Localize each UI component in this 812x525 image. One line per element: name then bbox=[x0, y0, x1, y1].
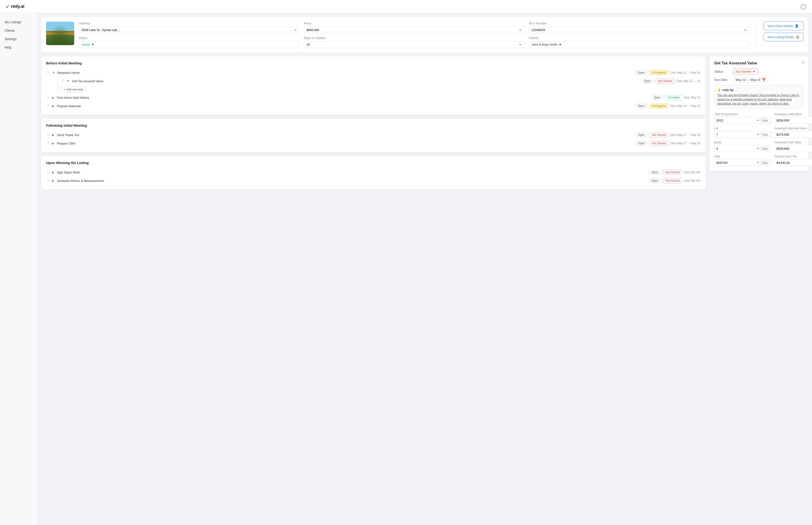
days-edit-icon[interactable]: ✏ bbox=[519, 43, 522, 46]
open-badge-research-home: Open bbox=[635, 70, 647, 75]
assess-year-input[interactable]: ✏ Copy bbox=[714, 117, 771, 124]
top-header: ✓ redy.ai ◯ bbox=[0, 0, 812, 13]
detail-due-value[interactable]: May 12 → May 14 📅 bbox=[733, 77, 768, 83]
mls-label: MLS Number bbox=[529, 21, 749, 25]
assess-block-copy-btn[interactable]: Copy bbox=[760, 146, 769, 151]
assess-year-label: Year of Assesment bbox=[714, 112, 771, 116]
assess-total-value-text[interactable] bbox=[777, 147, 812, 150]
chevron-send-thank-you[interactable]: ▶ bbox=[51, 133, 55, 137]
sidebar-item-help[interactable]: Help bbox=[0, 43, 37, 52]
redy-tip-header: 💡 redy tip bbox=[717, 88, 800, 92]
assess-block-input[interactable]: ✏ Copy bbox=[714, 145, 771, 152]
chevron-get-tax[interactable]: ▼ bbox=[66, 79, 70, 83]
bulb-icon: 💡 bbox=[717, 88, 721, 92]
drag-handle-prepare-cma[interactable]: ⠿ bbox=[47, 141, 49, 145]
assess-lot-copy-btn[interactable]: Copy bbox=[760, 132, 769, 137]
assess-plan: Plan ✏ Copy bbox=[714, 155, 771, 166]
assess-block-text[interactable] bbox=[716, 147, 756, 150]
clients-dropdown-icon: ▼ bbox=[559, 43, 562, 46]
clients-select[interactable]: John & Mary Smith ▼ bbox=[529, 41, 749, 48]
view-client-details-button[interactable]: View Client Details 👤 bbox=[764, 21, 803, 30]
subtask-container-research-home: ⠿ ▼ Get Tax Assesed Value Open Not Start… bbox=[57, 77, 701, 92]
status-select[interactable]: Active ▼ bbox=[79, 41, 299, 48]
assess-plan-edit-icon[interactable]: ✏ bbox=[757, 161, 759, 164]
logo: ✓ redy.ai bbox=[6, 4, 25, 10]
assess-land-value-text[interactable] bbox=[777, 119, 812, 122]
property-image bbox=[46, 21, 74, 45]
days-text[interactable] bbox=[307, 43, 518, 46]
drag-handle-prepare-materials[interactable]: ⠿ bbox=[47, 104, 49, 108]
drag-handle-sign-paper-work[interactable]: ⠿ bbox=[47, 170, 49, 174]
days-input[interactable]: ✏ bbox=[304, 41, 524, 48]
detail-status-label: Status: bbox=[714, 70, 731, 73]
sidebar-item-settings[interactable]: Settings bbox=[0, 35, 37, 43]
assess-plan-text[interactable] bbox=[716, 161, 756, 165]
assess-total-value-input[interactable]: ✏ Copy bbox=[775, 145, 812, 152]
action-buttons: View Client Details 👤 View Listing Detai… bbox=[764, 21, 803, 41]
detail-status-select[interactable]: Not Started ▼ bbox=[733, 69, 758, 75]
task-name-get-tax: Get Tax Assesed Value bbox=[72, 79, 640, 83]
clients-label: Clients bbox=[529, 36, 749, 40]
price-text[interactable] bbox=[307, 28, 518, 32]
chevron-sign-paper-work[interactable]: ▶ bbox=[51, 170, 55, 174]
sidebar-item-clients[interactable]: Clients bbox=[0, 26, 37, 35]
assessment-grid: Year of Assesment ✏ Copy Lot ✏ bbox=[714, 112, 803, 166]
assess-lot-edit-icon[interactable]: ✏ bbox=[757, 133, 759, 136]
assess-improved-value-text[interactable] bbox=[777, 133, 812, 136]
detail-status-dropdown-icon: ▼ bbox=[753, 70, 756, 73]
address-label: Address bbox=[79, 21, 299, 25]
status-sign-paper-work: Not Started bbox=[663, 170, 682, 175]
price-edit-icon[interactable]: ✏ bbox=[519, 28, 522, 32]
status-prepare-cma: Not Started bbox=[649, 141, 669, 146]
assess-plan-copy-btn[interactable]: Copy bbox=[760, 161, 769, 165]
price-input[interactable]: ✏ bbox=[304, 27, 524, 33]
drag-handle-find-home-sale[interactable]: ⠿ bbox=[47, 96, 49, 100]
assess-lot-input[interactable]: ✏ Copy bbox=[714, 131, 771, 138]
view-listing-details-button[interactable]: View Listing Details 🏠 bbox=[764, 33, 803, 41]
chevron-research-home[interactable]: ▼ bbox=[51, 71, 56, 75]
task-row-sign-paper-work: ⠿ ▶ Sign Paper Work Open Not Started Due… bbox=[46, 168, 701, 177]
drag-handle-send-thank-you[interactable]: ⠿ bbox=[47, 133, 49, 137]
content-area: Address ✏ Price ✏ MLS Number bbox=[37, 13, 812, 525]
detail-status-row: Status: Not Started ▼ bbox=[714, 69, 803, 75]
address-edit-icon[interactable]: ✏ bbox=[294, 28, 297, 32]
assess-block-label: Block bbox=[714, 141, 771, 144]
address-input[interactable]: ✏ bbox=[79, 27, 299, 33]
logo-text: redy.ai bbox=[11, 4, 25, 9]
drag-handle-schedule-photos[interactable]: ⠿ bbox=[47, 179, 49, 183]
open-badge-get-tax: Open bbox=[641, 79, 654, 84]
drag-handle-research-home[interactable]: ⠿ bbox=[47, 71, 49, 75]
task-name-schedule-photos: Schedule Photos & Measurements bbox=[57, 179, 647, 183]
assess-current-tax-text[interactable] bbox=[777, 161, 812, 165]
assess-improved-value: Assessed Improved Value ✏ Copy bbox=[775, 127, 812, 138]
chevron-prepare-materials[interactable]: ▶ bbox=[51, 104, 55, 108]
chevron-find-home-sale[interactable]: ▶ bbox=[51, 96, 55, 100]
assess-year-text[interactable] bbox=[716, 119, 756, 122]
drag-handle-get-tax[interactable]: ⠿ bbox=[62, 79, 64, 83]
assess-year-copy-btn[interactable]: Copy bbox=[760, 118, 769, 122]
open-badge-schedule-photos: Open bbox=[649, 178, 661, 183]
add-new-task-button[interactable]: + Add new task bbox=[61, 87, 86, 92]
mls-text[interactable] bbox=[532, 28, 743, 32]
mls-input[interactable]: ✏ bbox=[529, 27, 749, 33]
assess-improved-value-input[interactable]: ✏ Copy bbox=[775, 131, 812, 138]
assess-plan-input[interactable]: ✏ Copy bbox=[714, 159, 771, 166]
redy-tip-title: redy tip bbox=[722, 88, 734, 92]
mls-edit-icon[interactable]: ✏ bbox=[744, 28, 747, 32]
user-icon[interactable]: ◯ bbox=[800, 3, 806, 10]
chevron-schedule-photos[interactable]: ▶ bbox=[51, 179, 55, 183]
close-detail-panel-button[interactable]: × bbox=[802, 60, 805, 65]
view-client-label: View Client Details bbox=[768, 24, 793, 28]
address-text[interactable] bbox=[81, 28, 293, 32]
sidebar-item-my-listings[interactable]: My Listings bbox=[0, 18, 37, 26]
assess-current-tax-input[interactable]: ✏ Copy bbox=[775, 159, 812, 166]
chevron-prepare-cma[interactable]: ▶ bbox=[51, 141, 55, 146]
assess-lot-text[interactable] bbox=[716, 133, 756, 136]
assess-land-value-input[interactable]: ✏ Copy bbox=[775, 117, 812, 124]
tasks-column: Before Initial Meeting ⠿ ▼ Research Home… bbox=[41, 56, 706, 521]
task-row-prepare-cma: ⠿ ▶ Prepare CMA Open Not Started Due: Ma… bbox=[46, 139, 701, 148]
property-fields: Address ✏ Price ✏ MLS Number bbox=[79, 21, 749, 48]
plus-icon: + bbox=[64, 88, 65, 91]
assess-block-edit-icon[interactable]: ✏ bbox=[757, 147, 759, 150]
assess-year-edit-icon[interactable]: ✏ bbox=[757, 119, 759, 122]
